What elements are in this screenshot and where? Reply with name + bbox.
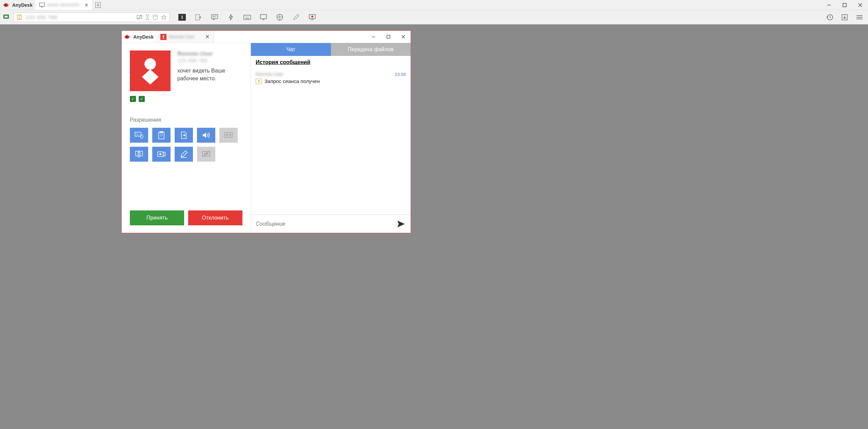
svg-rect-7 (843, 3, 846, 7)
disconnect-icon[interactable] (137, 15, 142, 20)
requester-avatar-icon (130, 50, 171, 91)
svg-rect-54 (136, 151, 142, 156)
star-icon[interactable] (161, 15, 166, 20)
download-icon[interactable] (841, 14, 848, 21)
requester-id: 123 456 789 (177, 58, 242, 63)
dialog-session-tab[interactable]: Remote User ✕ (156, 31, 214, 43)
incoming-request-dialog: AnyDesk Remote User ✕ Remote User 123 (121, 30, 411, 233)
svg-rect-11 (4, 16, 8, 18)
record-icon[interactable] (309, 14, 316, 21)
perm-privacy-button[interactable] (197, 147, 215, 162)
request-info-pane: Remote User 123 456 789 хочет видеть Ваш… (122, 43, 251, 233)
app-name: AnyDesk (12, 2, 33, 8)
perm-keyboard-mouse-button[interactable] (130, 128, 148, 143)
history-icon[interactable] (826, 14, 833, 21)
dialog-close-button[interactable] (396, 31, 411, 43)
session-status-icon (3, 14, 10, 21)
dialog-tab-label: Remote User (169, 34, 203, 39)
dialog-minimize-button[interactable] (366, 31, 381, 43)
svg-rect-20 (244, 15, 251, 19)
message-text: Запрос сеанса получен (264, 78, 320, 84)
monitor-icon (39, 3, 45, 7)
tab-chat[interactable]: Чат (251, 43, 331, 56)
actions-icon[interactable] (227, 14, 235, 21)
display-icon[interactable] (260, 14, 267, 21)
request-text: хочет видеть Ваше рабочее место. (177, 67, 242, 82)
dialog-titlebar: AnyDesk Remote User ✕ (122, 31, 411, 43)
requester-name: Remote User (177, 50, 242, 57)
perm-lock-button[interactable] (130, 147, 148, 162)
svg-point-43 (144, 58, 156, 70)
svg-rect-44 (135, 132, 141, 136)
whiteboard-icon[interactable] (292, 14, 300, 21)
tab-label: MAIN SESSION (47, 2, 82, 7)
maximize-button[interactable] (837, 0, 852, 10)
chat-icon[interactable] (211, 14, 218, 21)
svg-point-48 (140, 135, 143, 138)
dialog-logo: AnyDesk (122, 31, 156, 43)
permissions-grid (130, 128, 242, 162)
main-titlebar: AnyDesk MAIN SESSION ✕ (0, 0, 868, 10)
main-toolbar: 123 456 789 1 (0, 10, 868, 24)
minimize-button[interactable] (821, 0, 837, 10)
chat-input[interactable] (256, 221, 396, 227)
tab-close-button[interactable]: ✕ (84, 2, 88, 8)
perm-file-transfer-button[interactable] (175, 128, 193, 143)
app-logo: AnyDesk (0, 0, 35, 10)
svg-rect-1 (39, 3, 44, 6)
dialog-tab-close-button[interactable]: ✕ (205, 34, 210, 40)
address-text: 123 456 789 (25, 14, 133, 20)
menu-icon[interactable] (856, 14, 863, 21)
dialog-app-name: AnyDesk (133, 34, 154, 40)
chat-history-heading: История сообщений (256, 59, 406, 65)
svg-point-15 (153, 15, 157, 16)
end-session-icon[interactable] (195, 14, 202, 21)
main-session-tab[interactable]: MAIN SESSION ✕ (35, 0, 93, 10)
chat-file-pane: Чат Передача файлов История сообщений Re… (251, 43, 411, 233)
side-tabs: Чат Передача файлов (251, 43, 411, 56)
svg-point-38 (163, 35, 164, 37)
message-time: 23:58 (395, 72, 406, 77)
perm-vpn-button[interactable] (219, 128, 238, 143)
tab-file-transfer[interactable]: Передача файлов (331, 43, 411, 56)
session-count-badge[interactable]: 1 (178, 14, 186, 21)
perm-draw-button[interactable] (175, 147, 193, 162)
svg-line-61 (203, 151, 209, 156)
svg-point-31 (311, 16, 313, 18)
svg-rect-17 (212, 15, 218, 19)
message-sender: Remote User (256, 72, 283, 77)
svg-rect-49 (159, 132, 164, 139)
permissions-heading: Разрешения (130, 117, 242, 123)
send-button[interactable] (396, 219, 406, 229)
svg-point-58 (159, 153, 161, 155)
svg-rect-26 (260, 15, 267, 19)
permissions-icon[interactable] (276, 14, 283, 21)
chat-compose (251, 214, 411, 233)
chat-history: История сообщений Remote User 23:58 ⧗ За… (251, 56, 411, 214)
perm-audio-button[interactable] (197, 128, 215, 143)
dialog-maximize-button[interactable] (381, 31, 396, 43)
chat-message: Remote User 23:58 ⧗ Запрос сеанса получе… (256, 72, 406, 84)
session-request-icon: ⧗ (256, 79, 262, 84)
hourglass-small-icon[interactable] (145, 15, 150, 20)
svg-rect-40 (387, 35, 390, 38)
requester-avatar-small-icon (160, 34, 166, 40)
address-bar[interactable]: 123 456 789 (14, 13, 170, 22)
hourglass-icon (17, 15, 22, 20)
secure-icon: ✓ (139, 96, 145, 102)
decline-button[interactable]: Отклонить (188, 210, 242, 225)
new-tab-button[interactable] (93, 0, 103, 10)
perm-record-button[interactable] (152, 147, 171, 162)
accept-button[interactable]: Принять (130, 210, 184, 225)
database-icon[interactable] (153, 15, 158, 20)
close-button[interactable] (852, 0, 868, 10)
verified-icon: ✓ (130, 96, 136, 102)
connection-status-icons: ✓ ✓ (130, 96, 242, 102)
keyboard-icon[interactable] (243, 14, 251, 21)
svg-rect-55 (138, 153, 140, 155)
perm-clipboard-button[interactable] (152, 128, 171, 143)
